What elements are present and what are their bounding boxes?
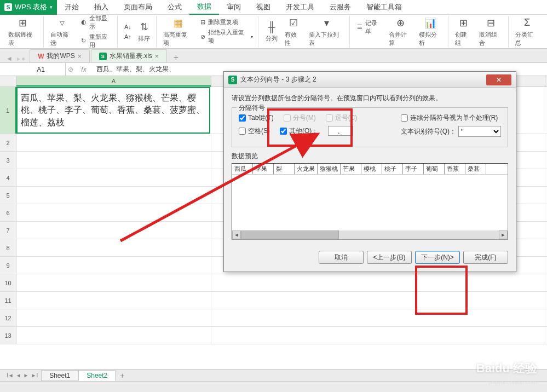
semicolon-checkbox[interactable]: 分号(M) (284, 113, 316, 123)
preview-cell: 西瓜 (232, 164, 253, 174)
menu-tab-data[interactable]: 数据 (189, 0, 219, 15)
dialog-app-icon: S (228, 76, 237, 84)
scroll-right-icon[interactable]: ► (499, 230, 508, 239)
subtotal-button[interactable]: Σ 分类汇总 (513, 15, 541, 48)
row-header-13[interactable]: 13 (0, 327, 16, 344)
cell-a1[interactable]: 西瓜、苹果、梨、火龙果、猕猴桃、芒果、樱桃、桃子、李子、葡萄、香蕉、桑葚、菠萝蜜… (16, 87, 210, 134)
close-icon[interactable]: × (155, 53, 159, 60)
row-header-4[interactable]: 4 (0, 169, 16, 186)
sort-asc-button[interactable]: A↓ (122, 22, 133, 31)
preview-cell: 桃子 (382, 164, 403, 174)
row-header-9[interactable]: 9 (0, 257, 16, 274)
row-header-12[interactable]: 12 (0, 309, 16, 326)
validation-button[interactable]: ☑ 有效性 (283, 15, 304, 48)
menu-tab-review[interactable]: 审阅 (219, 0, 249, 15)
tab-checkbox[interactable]: Tab键(T) (239, 113, 274, 123)
reject-dup-button[interactable]: ⊘拒绝录入重复项▾ (197, 28, 255, 45)
space-checkbox[interactable]: 空格(S) (239, 126, 270, 136)
remove-dup-button[interactable]: ⊟删除重复项 (197, 18, 255, 27)
other-delimiter-input[interactable] (328, 126, 353, 136)
highlight-dup-button[interactable]: ▦ 高亮重复项 (161, 15, 195, 48)
sort-button[interactable]: ⇅ 排序 (135, 19, 153, 44)
pivot-icon: ⊞ (16, 16, 30, 30)
add-doctab-button[interactable]: + (168, 53, 184, 62)
text-to-columns-button[interactable]: ╫ 分列 (263, 19, 280, 44)
sheet-last-icon[interactable]: ►I (31, 372, 38, 378)
text-qualifier-select[interactable]: " (458, 126, 501, 137)
ungroup-button[interactable]: ⊟ 取消组合 (477, 15, 505, 48)
sheet-nav[interactable]: I◄ ◄ ► ►I (3, 372, 41, 378)
form-icon: ☰ (356, 24, 364, 31)
ungroup-icon: ⊟ (485, 16, 498, 30)
add-sheet-button[interactable]: + (116, 371, 129, 380)
row-header-11[interactable]: 11 (0, 292, 16, 309)
next-button[interactable]: 下一步(N)> (415, 251, 460, 264)
menu-tab-start[interactable]: 开始 (57, 0, 87, 15)
menu-tab-formula[interactable]: 公式 (160, 0, 189, 15)
whatif-icon: 📊 (424, 16, 437, 30)
consolidate-button[interactable]: ⊕ 合并计算 (387, 15, 414, 48)
menu-tab-view[interactable]: 视图 (249, 0, 278, 15)
col-header-a[interactable]: A (16, 76, 211, 87)
row-header-3[interactable]: 3 (0, 152, 16, 169)
text-to-columns-dialog: S 文本分列向导 - 3 步骤之 2 ✕ 请设置分列数据所包含的分隔符号。在预览… (223, 71, 516, 272)
dialog-titlebar[interactable]: S 文本分列向导 - 3 步骤之 2 ✕ (224, 72, 516, 88)
menu-tab-dev[interactable]: 开发工具 (278, 0, 322, 15)
name-box[interactable]: A1 (16, 63, 66, 76)
pivot-label: 数据透视表 (8, 31, 38, 47)
sheet-prev-icon[interactable]: ◄ (16, 372, 21, 378)
pivot-table-button[interactable]: ⊞ 数据透视表 (6, 15, 40, 48)
sheet-next-icon[interactable]: ► (24, 372, 29, 378)
doctab-mywps[interactable]: W 我的WPS × (30, 49, 90, 62)
sheet-tab-2[interactable]: Sheet2 (78, 370, 116, 381)
showall-button[interactable]: ◐全部显示 (78, 14, 114, 31)
cancel-button[interactable]: 取消 (319, 251, 364, 264)
close-icon[interactable]: × (78, 53, 82, 60)
consolidate-icon: ⊕ (394, 16, 407, 30)
comma-checkbox[interactable]: 逗号(C) (326, 113, 358, 123)
group-button[interactable]: ⊞ 创建组 (453, 15, 475, 48)
row-header-2[interactable]: 2 (0, 134, 16, 151)
preview-box: 西瓜 苹果 梨 火龙果 猕猴桃 芒果 樱桃 桃子 李子 葡萄 香蕉 桑葚 ◄ ► (232, 163, 508, 240)
row-header-8[interactable]: 8 (0, 239, 16, 256)
doc-nav-back[interactable]: ◄ (3, 55, 16, 62)
fx-reject-icon[interactable]: ⊘ (68, 66, 73, 73)
doctab-file[interactable]: S 水果销量表.xls × (91, 49, 167, 62)
preview-cell: 芒果 (341, 164, 361, 174)
row-header-7[interactable]: 7 (0, 222, 16, 239)
reapply-button[interactable]: ↻重新应用 (78, 32, 114, 50)
sheet-first-icon[interactable]: I◄ (7, 372, 14, 378)
preview-scrollbar[interactable]: ◄ ► (232, 230, 508, 239)
fx-icon[interactable]: fx (77, 66, 91, 73)
row-header-10[interactable]: 10 (0, 274, 16, 291)
back-button[interactable]: <上一步(B) (367, 251, 412, 264)
app-dropdown-icon[interactable]: ▾ (50, 4, 53, 10)
select-all-corner[interactable] (0, 76, 16, 87)
insert-dropdown-button[interactable]: ▾ 插入下拉列表 (307, 15, 346, 48)
menu-bar: S WPS 表格 ▾ 开始 插入 页面布局 公式 数据 审阅 视图 开发工具 云… (0, 0, 547, 15)
record-form-button[interactable]: ☰记录单 (354, 19, 384, 36)
row-header-1[interactable]: 1 (0, 87, 16, 134)
other-checkbox[interactable]: 其他(O)： (280, 126, 318, 136)
scroll-thumb[interactable] (241, 230, 339, 239)
sheet-tab-1[interactable]: Sheet1 (41, 370, 78, 381)
delimiter-fieldset: 分隔符号 Tab键(T) 分号(M) 逗号(C) 空格(S) 其他(O)： 连 (232, 107, 508, 147)
scroll-left-icon[interactable]: ◄ (232, 230, 241, 239)
menu-tab-smart[interactable]: 智能工具箱 (359, 0, 410, 15)
row-header-6[interactable]: 6 (0, 204, 16, 221)
menu-tab-layout[interactable]: 页面布局 (116, 0, 160, 15)
menu-tab-cloud[interactable]: 云服务 (322, 0, 359, 15)
sheet-file-icon: S (99, 53, 107, 60)
whatif-button[interactable]: 📊 模拟分析 (417, 15, 445, 48)
preview-cell: 猕猴桃 (318, 164, 341, 174)
dialog-close-button[interactable]: ✕ (486, 74, 511, 85)
wps-logo-icon: W (38, 53, 44, 60)
finish-button[interactable]: 完成(F) (463, 251, 508, 264)
consecutive-checkbox[interactable]: 连续分隔符号视为单个处理(R) (401, 113, 501, 123)
menu-tab-insert[interactable]: 插入 (87, 0, 116, 15)
reapply-icon: ↻ (80, 37, 88, 45)
row-header-5[interactable]: 5 (0, 187, 16, 204)
app-logo-icon: S (4, 3, 12, 11)
autofilter-button[interactable]: ▿ 自动筛选 (48, 15, 76, 48)
sort-desc-button[interactable]: A↑ (122, 32, 133, 41)
